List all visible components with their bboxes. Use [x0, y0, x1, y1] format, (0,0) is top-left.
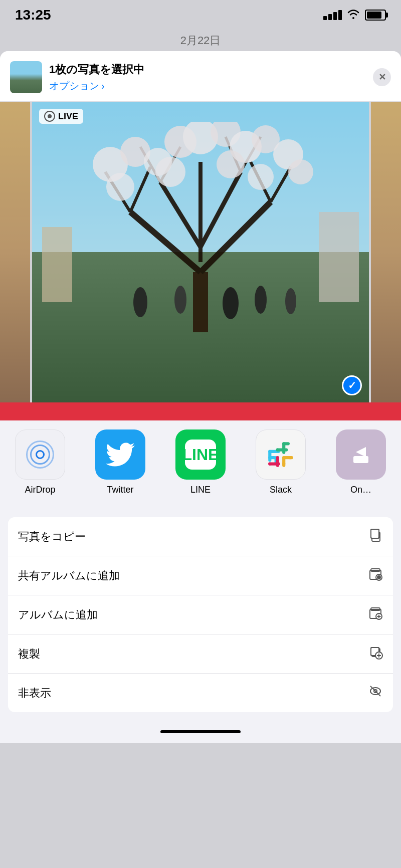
action-duplicate[interactable]: 複製: [8, 634, 393, 674]
more-label: On…: [350, 485, 371, 495]
svg-rect-0: [193, 272, 208, 332]
svg-line-9: [271, 167, 291, 202]
status-bar: 13:25: [0, 0, 401, 30]
battery-icon: [365, 10, 386, 21]
svg-rect-43: [289, 456, 292, 459]
slack-label: Slack: [270, 485, 292, 495]
svg-line-2: [200, 202, 271, 272]
share-header-left: 1枚の写真を選択中 オプション ›: [10, 61, 144, 93]
app-item-twitter[interactable]: Twitter: [80, 429, 160, 495]
line-icon: LINE: [175, 429, 226, 480]
action-hide[interactable]: 非表示: [8, 674, 393, 712]
photo-thumbnail: [10, 61, 42, 93]
svg-point-31: [255, 286, 267, 314]
bottom-bar: [0, 722, 401, 743]
airdrop-label: AirDrop: [25, 485, 55, 495]
svg-point-30: [223, 287, 239, 319]
slack-logo-icon: [265, 439, 296, 470]
signal-icon: [323, 10, 342, 20]
action-copy-photo[interactable]: 写真をコピー: [8, 517, 393, 556]
hide-label: 非表示: [18, 686, 51, 701]
selected-check: ✓: [342, 375, 362, 395]
shared-album-icon: [368, 566, 383, 585]
svg-point-25: [155, 157, 185, 187]
svg-line-1: [130, 212, 200, 272]
action-shared-album[interactable]: 共有アルバムに追加: [8, 556, 393, 595]
svg-point-27: [248, 164, 274, 190]
svg-point-24: [106, 173, 134, 201]
app-item-line[interactable]: LINE LINE: [160, 429, 241, 495]
svg-rect-49: [353, 456, 368, 463]
live-circle-icon: [44, 111, 55, 122]
line-label: LINE: [190, 485, 211, 495]
more-icon: [336, 429, 386, 480]
svg-point-29: [174, 286, 186, 314]
wifi-icon: [347, 8, 360, 22]
app-row: AirDrop Twitter LINE LINE: [0, 420, 401, 500]
hide-icon: [368, 684, 383, 702]
svg-rect-44: [282, 463, 285, 466]
svg-point-56: [377, 576, 380, 579]
duplicate-icon: [368, 644, 383, 663]
photo-side-left: [0, 102, 30, 402]
svg-rect-40: [276, 449, 279, 452]
airdrop-rings-icon: [27, 441, 54, 468]
svg-line-3: [160, 182, 200, 247]
svg-point-32: [285, 288, 296, 314]
svg-point-28: [133, 287, 147, 317]
live-badge: LIVE: [39, 109, 83, 124]
share-sheet: 1枚の写真を選択中 オプション › ✕: [0, 51, 401, 743]
twitter-bird-icon: [106, 442, 135, 467]
photo-side-right: [371, 102, 401, 402]
slack-icon: [256, 429, 306, 480]
svg-rect-51: [371, 529, 379, 538]
home-indicator: [160, 730, 241, 733]
airdrop-icon: [15, 429, 65, 480]
options-link[interactable]: オプション ›: [49, 79, 144, 93]
duplicate-label: 複製: [18, 646, 40, 662]
photo-main[interactable]: LIVE ✓: [32, 102, 369, 402]
twitter-icon: [95, 429, 145, 480]
add-album-icon: [368, 605, 383, 624]
app-item-slack[interactable]: Slack: [241, 429, 321, 495]
close-button[interactable]: ✕: [373, 68, 391, 86]
share-title-block: 1枚の写真を選択中 オプション ›: [49, 62, 144, 93]
svg-rect-48: [276, 463, 279, 466]
live-text: LIVE: [58, 111, 78, 122]
add-album-label: アルバムに追加: [18, 607, 98, 622]
svg-point-26: [217, 150, 245, 178]
twitter-label: Twitter: [107, 485, 133, 495]
svg-rect-35: [268, 450, 271, 462]
svg-rect-39: [282, 442, 290, 445]
photo-strip: LIVE ✓: [0, 102, 401, 402]
line-speech-bubble: LINE: [185, 440, 216, 470]
shared-album-label: 共有アルバムに追加: [18, 568, 120, 583]
copy-photo-icon: [368, 527, 383, 546]
svg-point-23: [288, 159, 313, 184]
svg-rect-47: [268, 463, 271, 466]
status-icons: [323, 8, 386, 22]
red-strip: [0, 402, 401, 420]
action-list: 写真をコピー 共有アルバムに追加 アルバムに追加: [8, 517, 393, 712]
bg-date: 2月22日: [0, 30, 401, 51]
more-apps-icon: [348, 442, 373, 467]
app-item-airdrop[interactable]: AirDrop: [0, 429, 80, 495]
copy-photo-label: 写真をコピー: [18, 529, 86, 544]
share-header: 1枚の写真を選択中 オプション › ✕: [0, 51, 401, 102]
tree-svg: [80, 122, 321, 332]
action-add-album[interactable]: アルバムに追加: [8, 595, 393, 634]
share-title: 1枚の写真を選択中: [49, 62, 144, 77]
status-time: 13:25: [15, 7, 51, 23]
app-item-more[interactable]: On…: [321, 429, 401, 495]
